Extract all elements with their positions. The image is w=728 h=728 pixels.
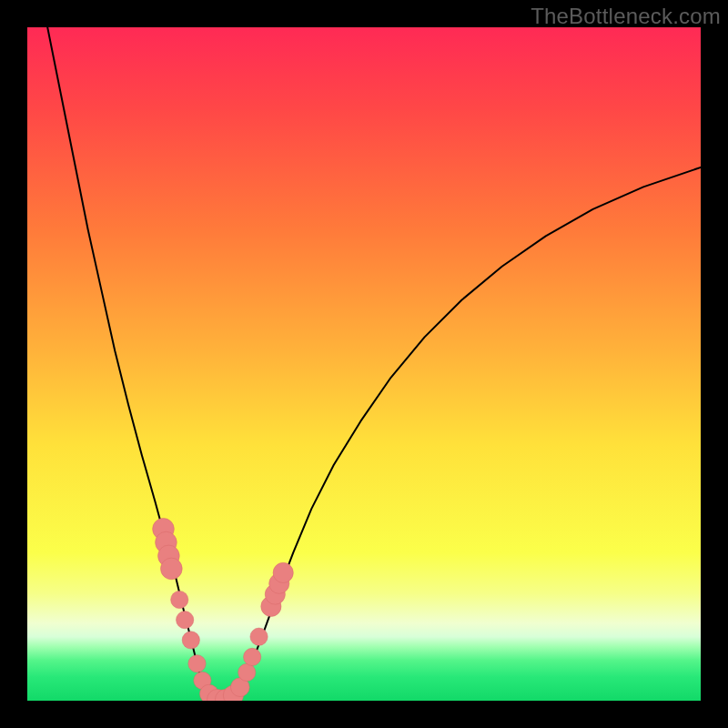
svg-rect-0 <box>27 27 701 701</box>
chart-frame: TheBottleneck.com <box>0 0 728 728</box>
gradient-background <box>27 27 701 701</box>
plot-area <box>27 27 701 701</box>
watermark-text: TheBottleneck.com <box>531 4 721 29</box>
